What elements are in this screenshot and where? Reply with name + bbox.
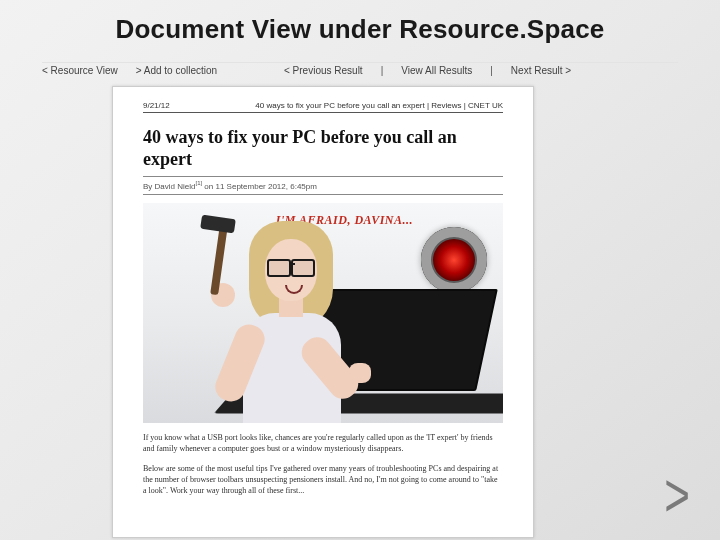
article-title: 40 ways to fix your PC before you call a… xyxy=(143,127,503,170)
nav-previous-result[interactable]: < Previous Result xyxy=(284,65,363,81)
byline-author: By David Nield xyxy=(143,182,195,191)
hal-9000-icon xyxy=(421,227,487,293)
nav-view-all-results[interactable]: View All Results xyxy=(401,65,472,81)
document-print-header: 9/21/12 40 ways to fix your PC before yo… xyxy=(143,101,503,113)
resource-nav-row: < Resource View > Add to collection < Pr… xyxy=(42,62,678,81)
nav-separator: | xyxy=(381,65,384,81)
article-hero-image: I'M AFRAID, DAVINA... xyxy=(143,203,503,423)
next-page-arrow[interactable]: > xyxy=(664,460,690,530)
nav-resource-view[interactable]: < Resource View xyxy=(42,65,118,81)
nav-add-to-collection[interactable]: > Add to collection xyxy=(136,65,217,81)
nav-next-result[interactable]: Next Result > xyxy=(511,65,571,81)
slide-title: Document View under Resource.Space xyxy=(0,14,720,45)
document-print-title: 40 ways to fix your PC before you call a… xyxy=(255,101,503,110)
nav-separator: | xyxy=(490,65,493,81)
article-paragraph-2: Below are some of the most useful tips I… xyxy=(143,464,503,496)
document-preview-page: 9/21/12 40 ways to fix your PC before yo… xyxy=(112,86,534,538)
article-paragraph-1: If you know what a USB port looks like, … xyxy=(143,433,503,455)
byline-date: on 11 September 2012, 6:45pm xyxy=(202,182,317,191)
article-byline: By David Nield[1] on 11 September 2012, … xyxy=(143,176,503,195)
document-print-date: 9/21/12 xyxy=(143,101,170,110)
woman-with-hammer-illustration xyxy=(203,213,363,423)
